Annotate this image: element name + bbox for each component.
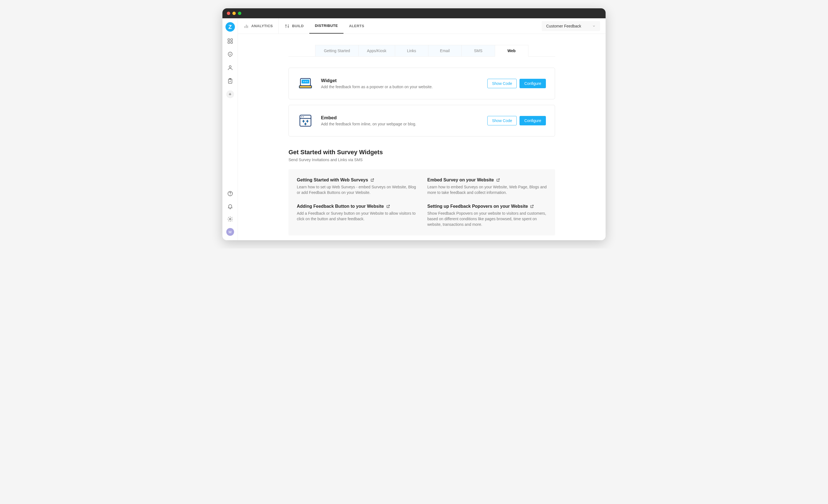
nav-alerts-label: ALERTS (349, 24, 364, 28)
tab-links[interactable]: Links (395, 45, 428, 56)
help-desc: Show Feedback Popovers on your website t… (427, 211, 547, 227)
dashboard-icon[interactable] (226, 37, 234, 45)
help-item: Setting up Feedback Popovers on your Web… (427, 204, 547, 227)
card-embed-body: Embed Add the feedback form inline, on y… (321, 115, 480, 126)
help-link-embed-survey[interactable]: Embed Survey on your Website (427, 178, 547, 183)
help-desc: Learn how to set up Web Surveys - embed … (297, 184, 416, 195)
nav-alerts[interactable]: ALERTS (343, 18, 370, 34)
svg-point-15 (285, 25, 286, 26)
section-title: Get Started with Survey Widgets (289, 149, 555, 156)
tab-sms[interactable]: SMS (462, 45, 495, 56)
nav-distribute[interactable]: DISTRIBUTE (309, 18, 343, 34)
help-desc: Add a Feedback or Survey button on your … (297, 211, 416, 222)
clipboard-icon[interactable] (226, 77, 234, 85)
help-item: Embed Survey on your Website Learn how t… (427, 178, 547, 195)
help-title-label: Embed Survey on your Website (427, 178, 494, 183)
svg-rect-1 (231, 39, 232, 41)
tab-apps-kiosk[interactable]: Apps/Kiosk (359, 45, 395, 56)
card-embed: Embed Add the feedback form inline, on y… (289, 105, 555, 136)
help-title-label: Adding Feedback Button to your Website (297, 204, 384, 209)
svg-point-27 (303, 117, 304, 117)
embed-icon (298, 113, 313, 128)
svg-point-21 (305, 81, 306, 82)
external-link-icon (370, 178, 374, 182)
svg-point-20 (303, 81, 304, 82)
help-title-label: Setting up Feedback Popovers on your Web… (427, 204, 528, 209)
close-icon[interactable] (227, 12, 230, 15)
embed-show-code-button[interactable]: Show Code (487, 116, 517, 125)
svg-rect-23 (299, 86, 312, 88)
nav-analytics-label: ANALYTICS (251, 24, 273, 28)
help-link-feedback-popovers[interactable]: Setting up Feedback Popovers on your Web… (427, 204, 547, 209)
rail-bottom: M (226, 190, 234, 236)
nav-build[interactable]: BUILD (279, 18, 309, 34)
sliders-icon (284, 23, 290, 29)
svg-point-17 (288, 26, 289, 27)
help-link-feedback-button[interactable]: Adding Feedback Button to your Website (297, 204, 416, 209)
content-inner: Getting Started Apps/Kiosk Links Email S… (289, 45, 555, 235)
card-embed-actions: Show Code Configure (487, 116, 546, 125)
feedback-icon[interactable] (226, 50, 234, 58)
card-widget-title: Widget (321, 78, 480, 84)
nav-analytics[interactable]: ANALYTICS (238, 18, 279, 34)
chevron-down-icon (592, 25, 595, 28)
svg-rect-2 (228, 42, 230, 43)
left-rail: Z + (222, 18, 238, 240)
svg-point-4 (228, 52, 232, 56)
embed-configure-button[interactable]: Configure (520, 116, 546, 125)
card-widget-desc: Add the feedback form as a popover or a … (321, 85, 480, 89)
app-window: Z + (222, 8, 606, 240)
tab-web[interactable]: Web (495, 45, 528, 57)
card-widget-body: Widget Add the feedback form as a popove… (321, 78, 480, 89)
survey-dropdown[interactable]: Customer Feedback (542, 21, 600, 31)
widget-show-code-button[interactable]: Show Code (487, 79, 517, 88)
svg-rect-0 (228, 39, 230, 41)
avatar[interactable]: M (226, 228, 234, 236)
distribute-tabs: Getting Started Apps/Kiosk Links Email S… (289, 45, 555, 57)
external-link-icon (496, 178, 500, 182)
widget-configure-button[interactable]: Configure (520, 79, 546, 88)
bars-icon (244, 23, 249, 29)
main-area: ANALYTICS BUILD DISTRIBUTE ALERTS Custom… (238, 18, 606, 240)
content-scroll: Getting Started Apps/Kiosk Links Email S… (238, 34, 606, 240)
dropdown-selected: Customer Feedback (546, 24, 581, 28)
help-grid: Getting Started with Web Surveys Learn h… (289, 169, 555, 235)
help-icon[interactable] (226, 190, 234, 197)
bell-icon[interactable] (226, 202, 234, 210)
card-widget-actions: Show Code Configure (487, 79, 546, 88)
laptop-icon (298, 76, 313, 91)
tab-email[interactable]: Email (428, 45, 462, 56)
help-desc: Learn how to embed Surveys on your Websi… (427, 184, 547, 195)
brand-logo[interactable]: Z (225, 22, 235, 32)
card-widget: Widget Add the feedback form as a popove… (289, 68, 555, 99)
help-item: Getting Started with Web Surveys Learn h… (297, 178, 416, 195)
app-body: Z + (222, 18, 606, 240)
minimize-icon[interactable] (233, 12, 236, 15)
svg-point-9 (230, 195, 230, 195)
help-link-web-surveys[interactable]: Getting Started with Web Surveys (297, 178, 416, 183)
add-button[interactable]: + (226, 90, 234, 98)
svg-point-22 (307, 81, 308, 82)
svg-point-10 (230, 218, 231, 220)
external-link-icon (530, 204, 534, 208)
card-embed-title: Embed (321, 115, 480, 121)
maximize-icon[interactable] (238, 12, 241, 15)
tab-getting-started[interactable]: Getting Started (315, 45, 359, 56)
gear-icon[interactable] (226, 215, 234, 223)
external-link-icon (386, 204, 390, 208)
svg-point-5 (229, 66, 231, 68)
help-title-label: Getting Started with Web Surveys (297, 178, 368, 183)
user-icon[interactable] (226, 64, 234, 72)
card-embed-desc: Add the feedback form inline, on your we… (321, 122, 480, 126)
section-sub: Send Survey Invitations and Links via SM… (289, 157, 555, 162)
svg-rect-3 (231, 42, 232, 43)
help-item: Adding Feedback Button to your Website A… (297, 204, 416, 227)
titlebar (222, 8, 606, 18)
nav-build-label: BUILD (292, 24, 304, 28)
window-controls (227, 12, 241, 15)
top-nav: ANALYTICS BUILD DISTRIBUTE ALERTS Custom… (238, 18, 606, 34)
cards-list: Widget Add the feedback form as a popove… (289, 68, 555, 136)
svg-point-26 (301, 117, 302, 117)
nav-distribute-label: DISTRIBUTE (315, 24, 338, 28)
